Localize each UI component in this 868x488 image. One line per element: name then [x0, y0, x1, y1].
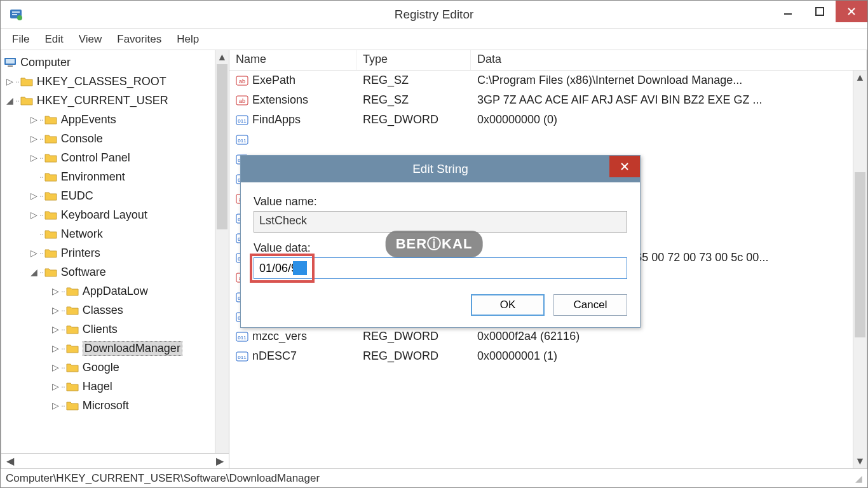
- list-row[interactable]: 011: [229, 130, 867, 149]
- list-row[interactable]: abExtensionsREG_SZ3GP 7Z AAC ACE AIF ARJ…: [229, 90, 867, 110]
- cell-type: REG_DWORD: [356, 113, 471, 126]
- expander-expanded-icon[interactable]: ◢: [29, 267, 38, 277]
- tree-label: Software: [61, 266, 106, 279]
- tree-node-computer[interactable]: Computer: [1, 53, 229, 72]
- cell-data: 0x0000f2a4 (62116): [471, 330, 867, 343]
- scroll-thumb[interactable]: [217, 64, 227, 229]
- tree-node-console[interactable]: ▷··Console: [1, 129, 229, 148]
- tree-node-hagel[interactable]: ▷··Hagel: [1, 377, 229, 396]
- value-data-input[interactable]: [254, 257, 627, 279]
- tree-node-hkcu[interactable]: ◢·· HKEY_CURRENT_USER: [1, 91, 229, 110]
- cell-name: FindApps: [252, 113, 301, 126]
- maximize-button[interactable]: [804, 1, 836, 22]
- scroll-down-icon[interactable]: ▼: [853, 454, 867, 468]
- tree-node-appdatalow[interactable]: ▷··AppDataLow: [1, 281, 229, 301]
- expander-collapsed-icon[interactable]: ▷: [29, 248, 38, 258]
- expander-collapsed-icon[interactable]: ▷: [51, 286, 60, 296]
- tree-horizontal-scrollbar[interactable]: ◀ ▶: [1, 453, 229, 468]
- folder-icon: [66, 381, 79, 391]
- svg-rect-10: [8, 65, 13, 67]
- folder-icon: [66, 362, 79, 372]
- svg-text:011: 011: [238, 138, 247, 144]
- dialog-titlebar[interactable]: Edit String: [241, 156, 640, 182]
- regedit-app-icon: [7, 6, 25, 24]
- tree-node-printers[interactable]: ▷··Printers: [1, 243, 229, 262]
- tree-node-keyboard[interactable]: ▷··Keyboard Layout: [1, 205, 229, 224]
- tree-node-microsoft[interactable]: ▷··Microsoft: [1, 396, 229, 415]
- expander-collapsed-icon[interactable]: ▷: [29, 210, 38, 220]
- folder-icon: [44, 248, 57, 258]
- tree-label: Control Panel: [61, 151, 130, 165]
- window-controls: [772, 1, 867, 22]
- tree-node-network[interactable]: ▷··Network: [1, 224, 229, 243]
- close-button[interactable]: [836, 1, 867, 22]
- resize-grip-icon[interactable]: ◢: [855, 473, 862, 484]
- expander-collapsed-icon[interactable]: ▷: [29, 191, 38, 201]
- menu-edit[interactable]: Edit: [37, 30, 71, 48]
- expander-collapsed-icon[interactable]: ▷: [51, 343, 60, 353]
- ok-button[interactable]: OK: [471, 294, 545, 316]
- tree-node-hkcr[interactable]: ▷·· HKEY_CLASSES_ROOT: [1, 72, 229, 91]
- list-row[interactable]: abExePathREG_SZC:\Program Files (x86)\In…: [229, 71, 867, 90]
- expander-collapsed-icon[interactable]: ▷: [29, 114, 38, 125]
- computer-icon: [4, 57, 17, 67]
- list-row[interactable]: 011mzcc_versREG_DWORD0x0000f2a4 (62116): [229, 327, 867, 346]
- tree-node-controlpanel[interactable]: ▷··Control Panel: [1, 148, 229, 167]
- tree-label: Hagel: [83, 380, 112, 393]
- dialog-close-button[interactable]: [609, 156, 640, 177]
- scroll-left-icon[interactable]: ◀: [6, 455, 14, 467]
- scroll-up-icon[interactable]: ▲: [853, 71, 867, 85]
- menu-view[interactable]: View: [71, 30, 110, 48]
- tree-node-clients[interactable]: ▷··Clients: [1, 320, 229, 339]
- value-data-label: Value data:: [254, 241, 627, 255]
- column-header-data[interactable]: Data: [471, 50, 867, 70]
- list-row[interactable]: 011nDESC7REG_DWORD0x00000001 (1): [229, 346, 867, 366]
- tree-node-software[interactable]: ◢··Software: [1, 262, 229, 281]
- tree-node-environment[interactable]: ▷··Environment: [1, 167, 229, 186]
- column-header-type[interactable]: Type: [356, 50, 471, 70]
- tree-node-classes[interactable]: ▷··Classes: [1, 301, 229, 320]
- cell-data: C:\Program Files (x86)\Internet Download…: [471, 74, 867, 87]
- reg-binary-icon: 011: [236, 351, 248, 362]
- expander-collapsed-icon[interactable]: ▷: [5, 76, 14, 86]
- tree-vertical-scrollbar[interactable]: ▲: [215, 50, 229, 453]
- cell-data: 3GP 7Z AAC ACE AIF ARJ ASF AVI BIN BZ2 E…: [471, 93, 867, 107]
- expander-collapsed-icon[interactable]: ▷: [51, 305, 60, 315]
- tree-node-eudc[interactable]: ▷··EUDC: [1, 186, 229, 205]
- expander-collapsed-icon[interactable]: ▷: [51, 400, 60, 410]
- folder-icon: [66, 305, 79, 315]
- menu-file[interactable]: File: [4, 30, 37, 48]
- tree-label: AppEvents: [61, 113, 116, 126]
- cancel-button[interactable]: Cancel: [553, 294, 627, 316]
- tree-node-google[interactable]: ▷··Google: [1, 358, 229, 377]
- folder-icon: [20, 76, 33, 86]
- list-row[interactable]: 011FindAppsREG_DWORD0x00000000 (0): [229, 110, 867, 130]
- cell-type: REG_DWORD: [356, 349, 471, 363]
- expander-collapsed-icon[interactable]: ▷: [51, 362, 60, 372]
- expander-collapsed-icon[interactable]: ▷: [51, 324, 60, 334]
- cell-name: mzcc_vers: [252, 330, 307, 343]
- expander-expanded-icon[interactable]: ◢: [5, 95, 14, 105]
- reg-binary-icon: 011: [236, 331, 248, 342]
- minimize-button[interactable]: [772, 1, 804, 22]
- list-vertical-scrollbar[interactable]: ▲ ▼: [853, 71, 867, 468]
- expander-collapsed-icon[interactable]: ▷: [29, 133, 38, 144]
- tree-node-downloadmanager[interactable]: ▷··DownloadManager: [1, 339, 229, 358]
- folder-icon: [66, 343, 79, 353]
- menu-favorites[interactable]: Favorites: [109, 30, 169, 48]
- scroll-up-icon[interactable]: ▲: [215, 50, 229, 64]
- scroll-right-icon[interactable]: ▶: [216, 455, 224, 467]
- svg-rect-4: [784, 13, 792, 15]
- expander-collapsed-icon[interactable]: ▷: [29, 152, 38, 163]
- tree-label: Clients: [83, 323, 118, 336]
- menu-help[interactable]: Help: [169, 30, 207, 48]
- tree-label: EUDC: [61, 189, 93, 203]
- expander-collapsed-icon[interactable]: ▷: [51, 381, 60, 391]
- scroll-thumb[interactable]: [855, 172, 865, 337]
- folder-icon: [44, 191, 57, 201]
- tree-node-appevents[interactable]: ▷··AppEvents: [1, 110, 229, 129]
- column-header-name[interactable]: Name: [229, 50, 356, 70]
- folder-icon: [44, 133, 57, 144]
- tree-view[interactable]: Computer ▷·· HKEY_CLASSES_ROOT ◢·· HKEY_…: [1, 50, 229, 453]
- tree-label: Keyboard Layout: [61, 208, 147, 222]
